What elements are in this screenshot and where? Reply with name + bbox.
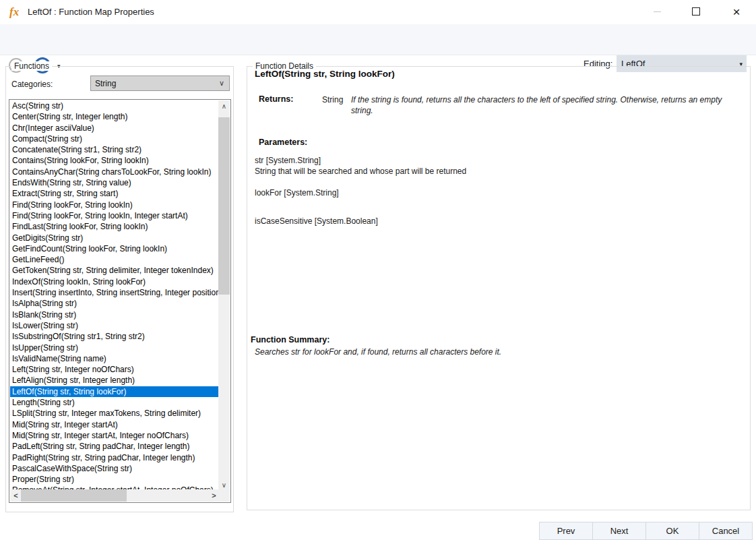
- list-item[interactable]: Proper(String str): [10, 474, 219, 485]
- maximize-icon: [692, 7, 700, 16]
- list-item[interactable]: IsValidName(String name): [10, 353, 219, 364]
- list-item[interactable]: Extract(String str, String start): [10, 188, 219, 199]
- chevron-left-icon: <: [13, 491, 18, 500]
- horizontal-scrollbar[interactable]: < >: [10, 489, 220, 502]
- list-item[interactable]: GetToken(String str, String delimiter, I…: [10, 265, 219, 276]
- list-item[interactable]: ContainsAnyChar(String charsToLookFor, S…: [10, 167, 219, 177]
- chevron-right-icon: >: [212, 491, 216, 500]
- list-item[interactable]: IsLower(String str): [10, 320, 219, 331]
- list-item[interactable]: Left(String str, Integer noOfChars): [10, 364, 219, 375]
- returns-description: If the string is found, returns all the …: [351, 95, 745, 116]
- close-button[interactable]: ×: [721, 0, 752, 23]
- list-item[interactable]: PadRight(String str, String padChar, Int…: [10, 452, 219, 463]
- function-summary-label: Function Summary:: [251, 335, 329, 344]
- ok-button[interactable]: OK: [645, 522, 699, 540]
- vertical-scrollbar-thumb[interactable]: [218, 117, 230, 295]
- list-item[interactable]: EndsWith(String str, String value): [10, 177, 219, 188]
- window-title: LeftOf : Function Map Properties: [28, 7, 154, 17]
- list-item[interactable]: Concatenate(String str1, String str2): [10, 144, 219, 155]
- footer-button-bar: Prev Next OK Cancel: [540, 522, 753, 540]
- list-item[interactable]: IsAlpha(String str): [10, 298, 219, 309]
- returns-label: Returns:: [259, 94, 293, 104]
- categories-label: Categories:: [11, 80, 53, 89]
- list-item[interactable]: Center(String str, Integer length): [10, 111, 219, 122]
- list-item[interactable]: Mid(String str, Integer startAt, Integer…: [10, 430, 219, 441]
- function-summary-text: Searches str for lookFor and, if found, …: [255, 347, 501, 357]
- scroll-left-button[interactable]: <: [10, 489, 22, 502]
- list-item[interactable]: Contains(String lookFor, String lookIn): [10, 155, 219, 166]
- list-item[interactable]: Compact(String str): [10, 133, 219, 144]
- parameters-list: str [System.String] String that will be …: [255, 155, 726, 303]
- prev-button[interactable]: Prev: [539, 522, 593, 540]
- close-icon: ×: [732, 5, 740, 18]
- chevron-down-icon: ∨: [219, 79, 224, 88]
- parameter-description: String that will be searched and whose p…: [255, 166, 726, 177]
- list-item[interactable]: Mid(String str, Integer startAt): [10, 419, 219, 430]
- categories-combobox-value: String: [95, 79, 116, 88]
- parameter-item: lookFor [System.String]: [255, 187, 726, 198]
- cancel-button[interactable]: Cancel: [699, 522, 753, 540]
- parameter-name: lookFor [System.String]: [255, 187, 726, 198]
- list-item[interactable]: PadLeft(String str, String padChar, Inte…: [10, 441, 219, 452]
- minimize-button[interactable]: [641, 0, 672, 23]
- list-item[interactable]: LSplit(String str, Integer maxTokens, St…: [10, 408, 219, 419]
- next-button[interactable]: Next: [592, 522, 646, 540]
- list-item[interactable]: Asc(String str): [10, 100, 219, 111]
- list-item[interactable]: GetFindCount(String lookFor, String look…: [10, 243, 219, 254]
- list-item[interactable]: Length(String str): [10, 397, 219, 408]
- navigation-toolbar: ← → ▾ Editing: LeftOf ▾: [0, 24, 756, 55]
- function-list: Asc(String str)Center(String str, Intege…: [9, 99, 231, 503]
- list-item[interactable]: Insert(String insertInto, String insertS…: [10, 287, 219, 298]
- function-details-groupbox: Function Details LeftOf(String str, Stri…: [247, 66, 751, 510]
- fx-app-icon: fx: [9, 5, 23, 19]
- minimize-icon: [654, 11, 661, 12]
- list-item[interactable]: IndexOf(String lookIn, String lookFor): [10, 276, 219, 287]
- vertical-scrollbar[interactable]: ∧ ∨: [218, 100, 230, 491]
- functions-group-label: Functions: [11, 61, 52, 71]
- list-item[interactable]: PascalCaseWithSpace(String str): [10, 463, 219, 474]
- functions-groupbox: Functions Categories: String ∨ Asc(Strin…: [5, 66, 234, 512]
- categories-combobox[interactable]: String ∨: [90, 76, 230, 91]
- chevron-up-icon: ∧: [222, 102, 226, 110]
- parameter-name: str [System.String]: [255, 155, 726, 166]
- returns-type: String: [322, 95, 343, 104]
- parameter-item: isCaseSensitive [System.Boolean]: [255, 216, 726, 227]
- list-item[interactable]: IsBlank(String str): [10, 309, 219, 320]
- function-signature: LeftOf(String str, String lookFor): [255, 69, 395, 79]
- parameters-label: Parameters:: [259, 138, 307, 147]
- scroll-up-button[interactable]: ∧: [218, 100, 230, 112]
- dialog-window: fx LeftOf : Function Map Properties × ← …: [0, 0, 756, 540]
- list-item[interactable]: Find(String lookFor, String lookIn): [10, 200, 219, 210]
- horizontal-scrollbar-thumb[interactable]: [21, 489, 127, 502]
- list-item[interactable]: LeftAlign(String str, Integer length): [10, 375, 219, 386]
- scrollbar-corner: [218, 489, 230, 502]
- chevron-down-icon: ∨: [222, 481, 226, 489]
- list-item[interactable]: IsSubstringOf(String str1, String str2): [10, 331, 219, 342]
- parameter-item: str [System.String] String that will be …: [255, 155, 726, 177]
- list-item[interactable]: Find(String lookFor, String lookIn, Inte…: [10, 210, 219, 221]
- maximize-button[interactable]: [681, 0, 712, 23]
- list-item[interactable]: FindLast(String lookFor, String lookIn): [10, 221, 219, 232]
- title-bar: fx LeftOf : Function Map Properties ×: [0, 0, 756, 24]
- parameter-name: isCaseSensitive [System.Boolean]: [255, 216, 726, 227]
- list-item[interactable]: GetDigits(String str): [10, 233, 219, 243]
- list-item[interactable]: IsUpper(String str): [10, 342, 219, 353]
- list-item[interactable]: GetLineFeed(): [10, 254, 219, 265]
- list-item[interactable]: LeftOf(String str, String lookFor): [10, 386, 219, 397]
- function-list-items: Asc(String str)Center(String str, Intege…: [10, 100, 219, 491]
- list-item[interactable]: Chr(Integer asciiValue): [10, 123, 219, 133]
